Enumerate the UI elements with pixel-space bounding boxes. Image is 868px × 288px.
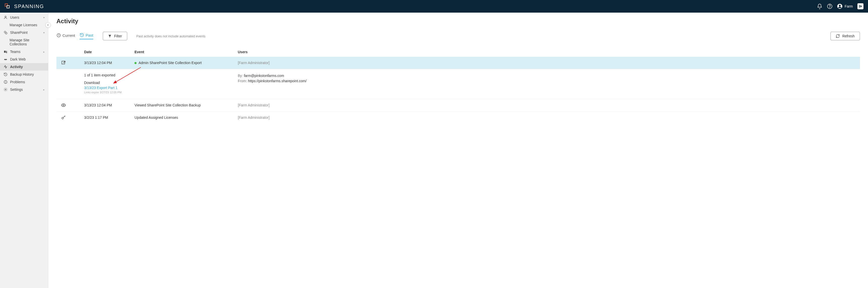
tab-label: Past [86, 33, 93, 37]
export-icon [61, 60, 66, 65]
from-line: From: https://pinkstonfarms.sharepoint.c… [238, 79, 860, 84]
svg-point-10 [6, 51, 7, 52]
sidebar-item-activity[interactable]: Activity [0, 63, 48, 70]
activity-icon [3, 65, 7, 69]
sidebar-item-backup-history[interactable]: Backup History [0, 70, 48, 78]
cell-date: 3/2/23 1:17 PM [84, 115, 134, 119]
svg-point-14 [5, 89, 6, 90]
bell-icon[interactable] [817, 3, 823, 9]
table-row[interactable]: 3/13/23 12:04 PM Admin SharePoint Site C… [56, 57, 860, 69]
eye-icon [61, 103, 66, 108]
activity-table: Date Event Users 3/13/23 12:04 PM Admin … [56, 48, 860, 123]
header-right: Farm [817, 3, 864, 9]
refresh-button[interactable]: Refresh [831, 32, 860, 40]
sidebar-item-users[interactable]: Users ▾ [0, 13, 48, 21]
toolbar: Current Past Filter Past activity does n… [56, 32, 860, 40]
gear-icon [3, 87, 7, 91]
key-icon [61, 115, 66, 120]
tab-current[interactable]: Current [56, 33, 75, 39]
download-label: Download [84, 81, 238, 85]
sidebar-item-label: Settings [10, 87, 23, 91]
svg-point-18 [63, 105, 64, 106]
svg-rect-1 [7, 5, 9, 8]
history-icon [80, 33, 84, 37]
tab-past[interactable]: Past [80, 33, 93, 39]
chevron-right-icon: ▸ [43, 88, 44, 91]
sidebar-item-label: Teams [10, 50, 21, 54]
sidebar-item-label: Backup History [10, 73, 34, 77]
table-row[interactable]: 3/13/23 12:04 PM Viewed SharePoint Site … [56, 99, 860, 111]
cell-users: [Farm Administrator] [238, 103, 860, 107]
status-dot-icon [134, 62, 136, 64]
svg-point-13 [5, 83, 6, 83]
column-header-date: Date [84, 50, 134, 54]
cell-date: 3/13/23 12:04 PM [84, 61, 134, 65]
sidebar: Users ▾ Manage Licenses SharePoint ▾ Man… [0, 12, 49, 288]
download-link[interactable]: 3/13/23 Export Part 1 [84, 86, 117, 90]
svg-point-6 [5, 16, 6, 18]
cell-event: Updated Assigned Licenses [134, 115, 238, 119]
svg-point-5 [839, 5, 841, 6]
by-line: By: farm@pinkstonfarms.com [238, 73, 860, 79]
filter-icon [108, 34, 112, 38]
header-left: SPANNING [4, 3, 44, 9]
row-expanded-detail: 1 of 1 item exported Download 3/13/23 Ex… [56, 69, 860, 99]
sidebar-item-manage-site-collections[interactable]: Manage Site Collections [0, 36, 48, 48]
sidebar-item-sharepoint[interactable]: SharePoint ▾ [0, 29, 48, 36]
toolbar-note: Past activity does not include automated… [136, 34, 206, 38]
chevron-down-icon: ▾ [43, 31, 44, 34]
cell-date: 3/13/23 12:04 PM [84, 103, 134, 107]
sidebar-item-label: Manage Site Collections [9, 38, 44, 46]
column-header-users: Users [238, 50, 860, 54]
export-summary: 1 of 1 item exported [84, 73, 238, 77]
table-row[interactable]: 3/2/23 1:17 PM Updated Assigned Licenses… [56, 111, 860, 123]
column-header-event: Event [134, 50, 238, 54]
sidebar-item-label: Problems [10, 80, 25, 84]
svg-point-19 [62, 117, 63, 119]
logo-icon [4, 3, 10, 9]
svg-rect-16 [62, 61, 65, 64]
cell-event: Viewed SharePoint Site Collection Backup [134, 103, 238, 107]
sidebar-item-settings[interactable]: Settings ▸ [0, 86, 48, 93]
problems-icon [3, 80, 7, 84]
sidebar-item-label: Manage Licenses [9, 23, 37, 27]
filter-button[interactable]: Filter [103, 32, 127, 40]
user-name: Farm [844, 4, 853, 8]
sidebar-item-label: Users [10, 16, 20, 20]
links-expire-note: Links expire 3/27/23 12:05 PM [84, 91, 238, 94]
app-header: SPANNING Farm [0, 0, 868, 12]
app-switcher-icon[interactable] [858, 3, 864, 9]
chevron-right-icon: ▸ [43, 51, 44, 53]
sidebar-item-problems[interactable]: Problems [0, 78, 48, 86]
tab-label: Current [62, 33, 75, 37]
sidebar-item-manage-licenses[interactable]: Manage Licenses [0, 21, 48, 29]
svg-point-8 [5, 32, 7, 34]
svg-point-11 [5, 58, 6, 59]
svg-rect-0 [5, 4, 7, 6]
sidebar-item-label: Activity [10, 65, 23, 69]
refresh-icon [836, 34, 840, 38]
history-icon [3, 73, 7, 77]
cell-event: Admin SharePoint Site Collection Export [134, 61, 238, 65]
main-content: Activity Current Past Filter Past activi… [49, 12, 868, 288]
svg-rect-9 [4, 51, 6, 53]
darkweb-icon [3, 57, 7, 61]
page-title: Activity [56, 18, 860, 25]
help-icon[interactable] [827, 3, 833, 9]
table-header: Date Event Users [56, 48, 860, 57]
sidebar-item-label: Dark Web [10, 57, 26, 61]
brand-text: SPANNING [14, 3, 44, 9]
cell-users: [Farm Administrator] [238, 61, 860, 65]
user-icon [3, 16, 7, 20]
user-menu[interactable]: Farm [837, 3, 853, 9]
cell-users: [Farm Administrator] [238, 115, 860, 119]
chevron-down-icon: ▾ [43, 16, 44, 19]
filter-label: Filter [114, 34, 122, 38]
sharepoint-icon [3, 30, 7, 34]
teams-icon [3, 50, 7, 54]
clock-icon [56, 33, 61, 37]
sidebar-item-label: SharePoint [10, 30, 27, 34]
sidebar-item-dark-web[interactable]: Dark Web [0, 56, 48, 63]
refresh-label: Refresh [842, 34, 855, 38]
sidebar-item-teams[interactable]: Teams ▸ [0, 48, 48, 56]
